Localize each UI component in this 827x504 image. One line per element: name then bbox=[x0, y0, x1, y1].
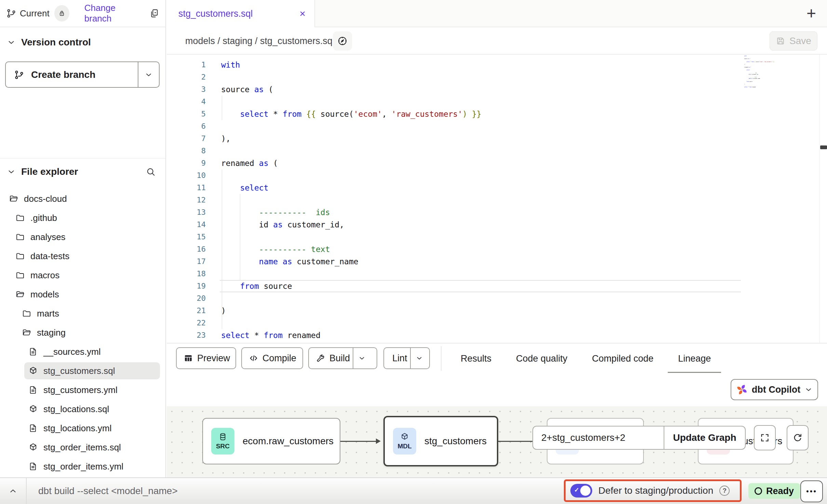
chevron-up-icon bbox=[9, 487, 17, 495]
create-branch-button[interactable]: Create branch bbox=[5, 61, 160, 88]
breadcrumb: models / staging / stg_customers.sql bbox=[185, 27, 335, 55]
folder-icon bbox=[15, 232, 25, 242]
change-branch-link[interactable]: Change branch bbox=[84, 3, 140, 24]
model-icon bbox=[28, 404, 38, 414]
folder-icon bbox=[22, 309, 31, 318]
file-tree-item[interactable]: data-tests bbox=[11, 248, 160, 265]
sidebar: Current Change branch Version control bbox=[0, 0, 166, 477]
save-button[interactable]: Save bbox=[770, 31, 817, 51]
compile-button[interactable]: Compile bbox=[241, 347, 303, 369]
preview-label: Preview bbox=[194, 353, 233, 364]
folder-icon bbox=[15, 270, 25, 280]
status-circle-icon bbox=[755, 487, 762, 495]
file-icon bbox=[28, 347, 38, 356]
source-badge: SRC bbox=[211, 428, 234, 454]
tab-results[interactable]: Results bbox=[461, 344, 491, 374]
version-control-section-header[interactable]: Version control bbox=[7, 34, 91, 51]
lint-dropdown[interactable] bbox=[410, 348, 428, 368]
file-tree-label: stg_locations.sql bbox=[43, 404, 109, 415]
result-tabs: Results Code quality Compiled code Linea… bbox=[461, 344, 711, 374]
file-tree-item[interactable]: analyses bbox=[11, 228, 160, 246]
status-bar: dbt build --select <model_name> ✓ Defer … bbox=[0, 477, 827, 504]
file-tree-item[interactable]: stg_order_items.yml bbox=[24, 458, 160, 475]
file-tree-item[interactable]: macros bbox=[11, 267, 160, 284]
tab-code-quality[interactable]: Code quality bbox=[516, 344, 567, 374]
file-tree-item[interactable]: marts bbox=[18, 305, 160, 322]
editor-minimap[interactable]: with source as ( select * from {{ source… bbox=[744, 55, 819, 113]
main-panel: stg_customers.sql × + models / staging /… bbox=[167, 0, 827, 477]
editor-gutter: 123456789101112131415161718192021222324 bbox=[167, 59, 206, 343]
file-tree-label: stg_locations.yml bbox=[43, 423, 111, 434]
preview-button[interactable]: Preview bbox=[176, 347, 236, 369]
file-tree-item[interactable]: models bbox=[11, 286, 160, 303]
file-tree-label: stg_customers.sql bbox=[43, 366, 115, 376]
folder-open-icon bbox=[9, 194, 18, 204]
defer-label: Defer to staging/production bbox=[598, 485, 713, 496]
branch-lock-chip bbox=[54, 5, 69, 22]
folder-open-icon bbox=[15, 290, 25, 299]
compass-icon bbox=[337, 36, 348, 46]
lineage-selector-input[interactable]: 2+stg_customers+2 bbox=[533, 426, 664, 449]
status-label: Ready bbox=[766, 486, 794, 496]
chevron-down-icon bbox=[7, 38, 16, 47]
file-icon bbox=[28, 423, 38, 433]
file-tree-item[interactable]: __sources.yml bbox=[24, 343, 160, 360]
dbt-copilot-button[interactable]: dbt Copilot bbox=[731, 379, 818, 400]
chevron-down-icon bbox=[7, 167, 16, 176]
editor-scrollbar-thumb[interactable] bbox=[820, 145, 827, 149]
build-dropdown[interactable] bbox=[353, 348, 370, 368]
defer-toggle[interactable]: ✓ bbox=[570, 484, 592, 498]
command-input[interactable]: dbt build --select <model_name> bbox=[38, 478, 178, 504]
create-branch-label: Create branch bbox=[31, 69, 95, 80]
lineage-node-source[interactable]: SRC ecom.raw_customers bbox=[202, 418, 340, 464]
collapse-panel-button[interactable] bbox=[5, 484, 21, 499]
search-icon[interactable] bbox=[146, 167, 156, 177]
toggle-knob bbox=[580, 486, 591, 496]
code-editor[interactable]: 123456789101112131415161718192021222324 … bbox=[167, 55, 827, 343]
file-tree-item[interactable]: stg_customers.yml bbox=[24, 381, 160, 398]
lint-button[interactable]: Lint bbox=[383, 347, 430, 369]
tab-compiled-code[interactable]: Compiled code bbox=[592, 344, 653, 374]
file-tree-item[interactable]: .github bbox=[11, 209, 160, 226]
file-tree-item[interactable]: stg_customers.sql bbox=[24, 362, 160, 379]
lineage-edge-arrow bbox=[376, 438, 381, 444]
tab-stg-customers-sql[interactable]: stg_customers.sql × bbox=[167, 0, 315, 27]
lineage-node-stg-customers[interactable]: MDL stg_customers bbox=[383, 416, 498, 466]
fullscreen-button[interactable] bbox=[754, 425, 776, 450]
help-icon[interactable]: ? bbox=[719, 486, 730, 496]
update-graph-button[interactable]: Update Graph bbox=[664, 426, 745, 449]
file-tree-item[interactable]: stg_locations.yml bbox=[24, 420, 160, 437]
table-icon bbox=[184, 353, 193, 363]
check-icon: ✓ bbox=[574, 486, 579, 494]
file-tree-item[interactable]: staging bbox=[18, 324, 160, 341]
folder-icon bbox=[15, 213, 25, 223]
new-tab-button[interactable]: + bbox=[802, 3, 821, 23]
refresh-button[interactable] bbox=[787, 425, 809, 450]
file-tree-item[interactable]: stg_locations.sql bbox=[24, 401, 160, 418]
close-icon[interactable]: × bbox=[299, 9, 306, 19]
file-tree-label: data-tests bbox=[30, 251, 69, 262]
file-tree-item[interactable]: docs-cloud bbox=[5, 190, 160, 207]
more-options-button[interactable]: ••• bbox=[800, 480, 823, 502]
create-branch-dropdown[interactable] bbox=[138, 62, 159, 87]
file-tree-label: stg_customers.yml bbox=[43, 385, 118, 395]
tab-bar: stg_customers.sql × + bbox=[167, 0, 827, 27]
file-tree-label: staging bbox=[37, 327, 66, 338]
dbt-copilot-logo-icon bbox=[736, 384, 748, 395]
tab-title: stg_customers.sql bbox=[178, 9, 253, 19]
folder-icon bbox=[15, 251, 25, 261]
build-button[interactable]: Build bbox=[308, 347, 377, 369]
lineage-graph[interactable]: SRC ecom.raw_customers MDL stg_customers bbox=[167, 406, 827, 477]
tab-lineage[interactable]: Lineage bbox=[678, 344, 711, 374]
file-tree-label: stg_order_items.yml bbox=[43, 461, 123, 472]
file-explorer-section-header[interactable]: File explorer bbox=[7, 163, 159, 180]
status-badge: Ready bbox=[748, 483, 800, 499]
model-health-button[interactable] bbox=[333, 31, 352, 51]
branch-icon bbox=[14, 70, 24, 80]
file-icon bbox=[28, 462, 38, 471]
file-tree-label: stg_order_items.sql bbox=[43, 442, 121, 453]
minimap-content: with source as ( select * from {{ source… bbox=[744, 55, 803, 89]
copy-icon[interactable] bbox=[149, 8, 159, 18]
chevron-down-icon bbox=[358, 354, 366, 362]
file-tree-item[interactable]: stg_order_items.sql bbox=[24, 439, 160, 456]
